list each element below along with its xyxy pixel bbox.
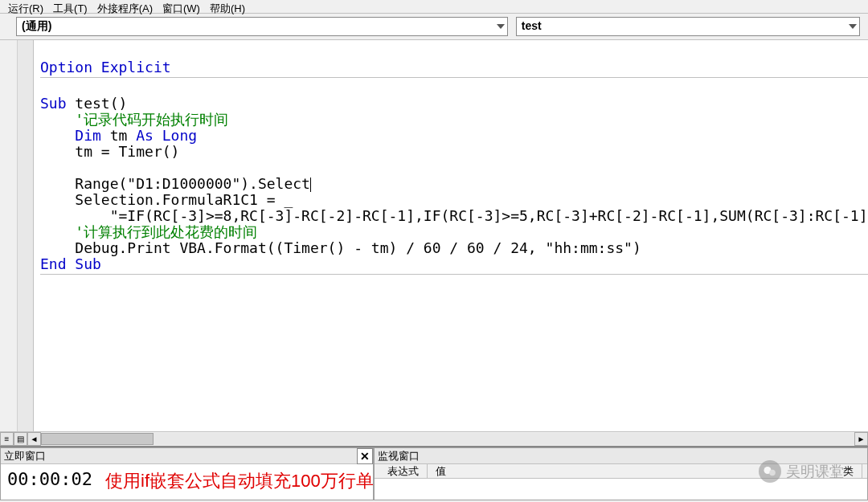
margin-indicator-bar (0, 40, 18, 431)
menu-run[interactable]: 运行(R) (8, 2, 43, 11)
immediate-window-body[interactable]: 00:00:02 使用if嵌套公式自动填充100万行单元格耗时2秒 (1, 464, 373, 500)
code-editor[interactable]: Option Explicit Sub test() '记录代码开始执行时间 D… (34, 40, 868, 431)
code-comment: '记录代码开始执行时间 (40, 111, 228, 128)
menu-addins[interactable]: 外接程序(A) (97, 2, 153, 11)
close-icon[interactable]: ✕ (357, 448, 373, 464)
watermark: 吴明课堂 (759, 460, 844, 483)
code-line: Option Explicit (40, 59, 171, 76)
immediate-output: 00:00:02 (7, 469, 92, 489)
text-cursor (310, 178, 311, 192)
scroll-right-button[interactable]: ► (854, 432, 868, 446)
code-line: End Sub (40, 255, 101, 272)
breakpoint-gutter[interactable] (18, 40, 34, 431)
wechat-icon (759, 460, 781, 483)
code-line: Dim tm As Long (40, 127, 197, 144)
chevron-down-icon (849, 24, 857, 29)
immediate-window-header: 立即窗口 ✕ (1, 448, 373, 464)
immediate-window-title: 立即窗口 (4, 449, 46, 463)
dropdown-row: (通用) test (0, 13, 868, 40)
object-dropdown[interactable]: (通用) (16, 17, 508, 36)
code-line: tm = Timer() (40, 143, 179, 160)
svg-point-1 (769, 470, 776, 476)
annotation-text: 使用if嵌套公式自动填充100万行单元格耗时2秒 (105, 469, 373, 493)
menu-tools[interactable]: 工具(T) (53, 2, 88, 11)
procedure-dropdown[interactable]: test (516, 17, 860, 36)
menu-bar: 运行(R) 工具(T) 外接程序(A) 窗口(W) 帮助(H) (0, 0, 868, 13)
procedure-separator (40, 77, 868, 78)
main-area: Option Explicit Sub test() '记录代码开始执行时间 D… (0, 40, 868, 431)
scroll-left-button[interactable]: ◄ (27, 432, 41, 446)
code-line: Selection.FormulaR1C1 = _ (40, 191, 293, 208)
menu-help[interactable]: 帮助(H) (210, 2, 245, 11)
object-dropdown-value: (通用) (16, 17, 508, 36)
watch-col-expression: 表达式 (379, 464, 428, 479)
procedure-dropdown-value: test (516, 17, 860, 36)
procedure-separator (40, 274, 868, 275)
bottom-panels: 立即窗口 ✕ 00:00:02 使用if嵌套公式自动填充100万行单元格耗时2秒… (0, 446, 868, 500)
view-full-module-button[interactable]: ≡ (0, 432, 14, 446)
code-line: Range("D1:D1000000").Select (40, 175, 311, 192)
scroll-track[interactable] (41, 433, 854, 445)
watermark-text: 吴明课堂 (786, 462, 844, 481)
code-line: "=IF(RC[-3]>=8,RC[-3]-RC[-2]-RC[-1],IF(R… (40, 207, 868, 224)
scroll-thumb[interactable] (41, 433, 154, 445)
horizontal-scrollbar: ≡ ▤ ◄ ► (0, 431, 868, 446)
immediate-window: 立即窗口 ✕ 00:00:02 使用if嵌套公式自动填充100万行单元格耗时2秒 (0, 447, 374, 500)
code-line: Sub test() (40, 95, 127, 112)
watch-window-title: 监视窗口 (378, 449, 420, 463)
menu-window[interactable]: 窗口(W) (162, 2, 200, 11)
view-procedure-button[interactable]: ▤ (14, 432, 27, 446)
code-line: Debug.Print VBA.Format((Timer() - tm) / … (40, 239, 641, 256)
code-comment: '计算执行到此处花费的时间 (40, 223, 257, 240)
chevron-down-icon (497, 24, 505, 29)
